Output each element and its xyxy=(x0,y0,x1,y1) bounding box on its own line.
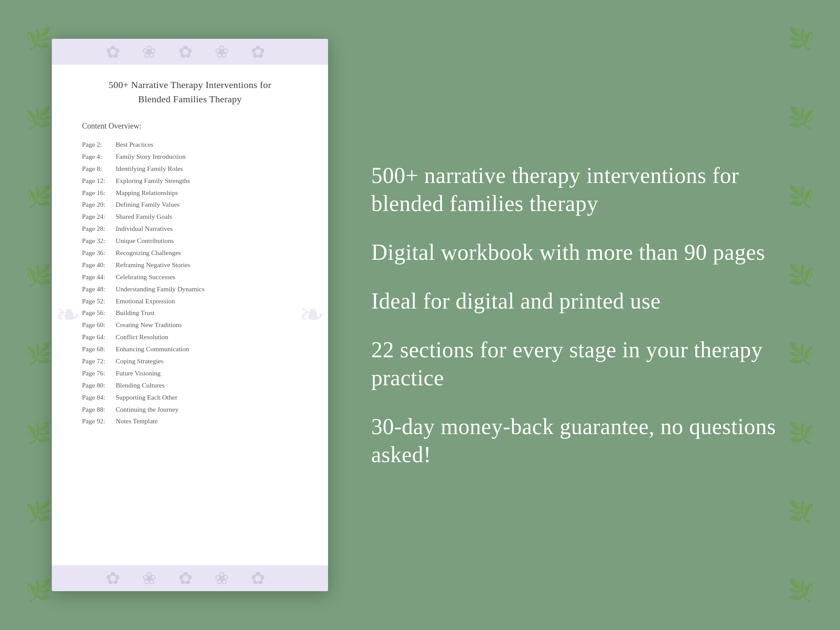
table-of-contents-item: Page 68: Enhancing Communication xyxy=(82,343,298,355)
table-of-contents-item: Page 16: Mapping Relationships xyxy=(82,187,298,199)
document-top-border: ✿ ❀ ✿ ❀ ✿ xyxy=(52,39,328,65)
table-of-contents-item: Page 12: Exploring Family Strengths xyxy=(82,175,298,187)
main-content: ✿ ❀ ✿ ❀ ✿ ❧ ❧ 500+ Narrative Therapy Int… xyxy=(0,0,840,630)
toc-page-number: Page 56: xyxy=(82,307,113,319)
toc-page-number: Page 72: xyxy=(82,355,113,367)
toc-section-title: Family Story Introduction xyxy=(116,151,186,163)
toc-page-number: Page 40: xyxy=(82,259,113,271)
table-of-contents-item: Page 24: Shared Family Goals xyxy=(82,211,298,223)
toc-section-title: Individual Narratives xyxy=(116,223,173,235)
feature-item-2: Digital workbook with more than 90 pages xyxy=(371,238,788,266)
toc-page-number: Page 28: xyxy=(82,223,113,235)
toc-section-title: Notes Template xyxy=(116,415,158,427)
toc-section-title: Identifying Family Roles xyxy=(116,163,183,175)
toc-page-number: Page 60: xyxy=(82,319,113,331)
document-left-decoration: ❧ xyxy=(55,300,81,330)
toc-page-number: Page 16: xyxy=(82,187,113,199)
toc-page-number: Page 68: xyxy=(82,343,113,355)
table-of-contents-item: Page 20: Defining Family Values xyxy=(82,198,298,211)
table-of-contents: Page 2: Best Practices Page 4: Family St… xyxy=(82,139,298,427)
table-of-contents-item: Page 88: Continuing the Journey xyxy=(82,403,298,416)
toc-page-number: Page 92: xyxy=(82,415,113,427)
toc-section-title: Reframing Negative Stories xyxy=(116,259,190,271)
toc-section-title: Mapping Relationships xyxy=(116,187,178,199)
toc-page-number: Page 80: xyxy=(82,379,113,391)
mandala-bottom-decoration: ✿ ❀ ✿ ❀ ✿ xyxy=(106,568,274,589)
table-of-contents-item: Page 80: Blending Cultures xyxy=(82,379,298,391)
toc-page-number: Page 88: xyxy=(82,403,113,416)
table-of-contents-item: Page 48: Understanding Family Dynamics xyxy=(82,283,298,295)
toc-section-title: Future Visioning xyxy=(116,367,161,379)
toc-page-number: Page 32: xyxy=(82,235,113,247)
toc-section-title: Emotional Expression xyxy=(116,295,175,307)
table-of-contents-item: Page 44: Celebrating Successes xyxy=(82,271,298,283)
toc-page-number: Page 44: xyxy=(82,271,113,283)
toc-section-title: Defining Family Values xyxy=(116,198,180,211)
table-of-contents-item: Page 28: Individual Narratives xyxy=(82,223,298,235)
table-of-contents-item: Page 56: Building Trust xyxy=(82,307,298,319)
document-preview: ✿ ❀ ✿ ❀ ✿ ❧ ❧ 500+ Narrative Therapy Int… xyxy=(52,39,328,591)
toc-section-title: Exploring Family Strengths xyxy=(116,175,190,187)
toc-page-number: Page 20: xyxy=(82,198,113,211)
table-of-contents-item: Page 32: Unique Contributions xyxy=(82,235,298,247)
toc-page-number: Page 4: xyxy=(82,151,113,163)
toc-page-number: Page 8: xyxy=(82,163,113,175)
table-of-contents-item: Page 36: Recognizing Challenges xyxy=(82,247,298,259)
feature-item-4: 22 sections for every stage in your ther… xyxy=(371,336,788,392)
content-overview-label: Content Overview: xyxy=(82,122,298,131)
toc-section-title: Blending Cultures xyxy=(116,379,164,391)
table-of-contents-item: Page 60: Creating New Traditions xyxy=(82,319,298,331)
toc-section-title: Recognizing Challenges xyxy=(116,247,181,259)
document-title-line1: 500+ Narrative Therapy Interventions for xyxy=(108,79,271,90)
feature-item-5: 30-day money-back guarantee, no question… xyxy=(371,413,788,469)
toc-page-number: Page 2: xyxy=(82,139,113,151)
toc-page-number: Page 24: xyxy=(82,211,113,223)
toc-section-title: Shared Family Goals xyxy=(116,211,172,223)
toc-section-title: Creating New Traditions xyxy=(116,319,182,331)
toc-page-number: Page 48: xyxy=(82,283,113,295)
mandala-top-decoration: ✿ ❀ ✿ ❀ ✿ xyxy=(106,42,274,62)
toc-page-number: Page 64: xyxy=(82,331,113,343)
feature-item-3: Ideal for digital and printed use xyxy=(371,287,788,315)
toc-section-title: Conflict Resolution xyxy=(116,331,168,343)
toc-section-title: Unique Contributions xyxy=(116,235,174,247)
table-of-contents-item: Page 4: Family Story Introduction xyxy=(82,151,298,163)
toc-page-number: Page 12: xyxy=(82,175,113,187)
features-panel: 500+ narrative therapy interventions for… xyxy=(363,161,788,469)
table-of-contents-item: Page 72: Coping Strategies xyxy=(82,355,298,367)
table-of-contents-item: Page 92: Notes Template xyxy=(82,415,298,427)
toc-section-title: Best Practices xyxy=(116,139,153,151)
table-of-contents-item: Page 84: Supporting Each Other xyxy=(82,391,298,403)
document-title: 500+ Narrative Therapy Interventions for… xyxy=(82,78,298,106)
toc-section-title: Enhancing Communication xyxy=(116,343,189,355)
toc-page-number: Page 36: xyxy=(82,247,113,259)
feature-item-1: 500+ narrative therapy interventions for… xyxy=(371,161,788,217)
toc-section-title: Celebrating Successes xyxy=(116,271,175,283)
table-of-contents-item: Page 64: Conflict Resolution xyxy=(82,331,298,343)
toc-page-number: Page 76: xyxy=(82,367,113,379)
toc-section-title: Supporting Each Other xyxy=(116,391,177,403)
toc-section-title: Continuing the Journey xyxy=(116,403,179,416)
toc-page-number: Page 52: xyxy=(82,295,113,307)
document-bottom-border: ✿ ❀ ✿ ❀ ✿ xyxy=(52,565,328,591)
table-of-contents-item: Page 52: Emotional Expression xyxy=(82,295,298,307)
toc-page-number: Page 84: xyxy=(82,391,113,403)
document-content: 500+ Narrative Therapy Interventions for… xyxy=(52,65,328,565)
toc-section-title: Understanding Family Dynamics xyxy=(116,283,205,295)
table-of-contents-item: Page 8: Identifying Family Roles xyxy=(82,163,298,175)
table-of-contents-item: Page 40: Reframing Negative Stories xyxy=(82,259,298,271)
toc-section-title: Building Trust xyxy=(116,307,155,319)
table-of-contents-item: Page 76: Future Visioning xyxy=(82,367,298,379)
table-of-contents-item: Page 2: Best Practices xyxy=(82,139,298,151)
document-title-line2: Blended Families Therapy xyxy=(138,94,242,104)
document-right-decoration: ❧ xyxy=(299,300,325,330)
toc-section-title: Coping Strategies xyxy=(116,355,164,367)
